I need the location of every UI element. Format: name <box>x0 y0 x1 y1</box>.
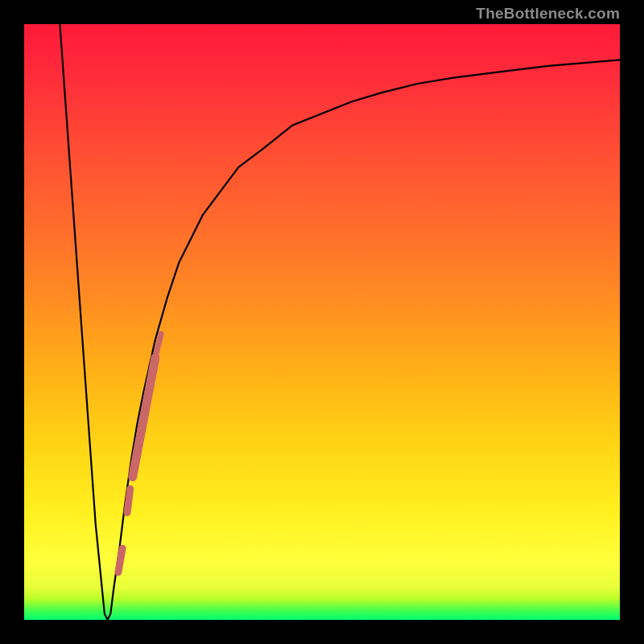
chart-frame: TheBottleneck.com <box>0 0 644 644</box>
plot-area <box>24 24 620 620</box>
marker-segment-0 <box>118 548 122 572</box>
marker-dot-1 <box>127 489 130 513</box>
watermark-text: TheBottleneck.com <box>476 5 620 23</box>
plot-svg <box>24 24 620 620</box>
